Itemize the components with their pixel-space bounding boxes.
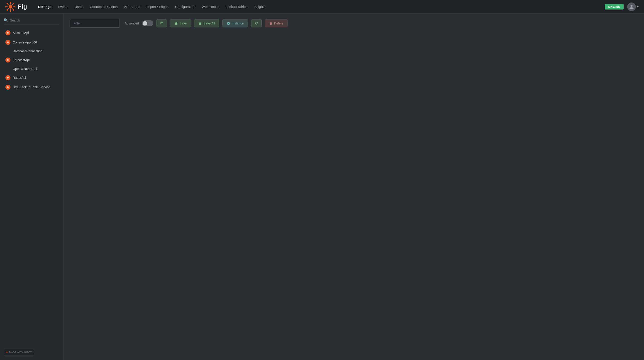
sidebar-item-forecastapi[interactable]: 0 ForecastApi [4, 55, 60, 65]
refresh-button[interactable] [251, 19, 262, 27]
search-container: 🔍 [4, 18, 60, 24]
save-label: Save [179, 21, 186, 25]
chevron-down-icon: ▾ [637, 5, 638, 8]
sidebar-label-radarapi: RadarApi [13, 76, 26, 79]
logo-area[interactable]: Fig [6, 2, 27, 12]
navbar: Fig Settings Events Users Connected Clie… [0, 0, 644, 13]
toolbar: Advanced Save Save [70, 19, 638, 28]
user-avatar-button[interactable]: ▾ [627, 2, 638, 11]
avatar [627, 2, 636, 11]
toggle-slider [142, 20, 153, 26]
heart-icon: ♥ [6, 351, 8, 354]
made-with-label: MADE WITH GIFOX [9, 351, 32, 354]
advanced-label: Advanced [125, 21, 139, 25]
instance-button[interactable]: Instance [222, 19, 248, 27]
search-icon: 🔍 [4, 18, 8, 22]
sidebar-item-dbconnection[interactable]: DatabaseConnection [4, 47, 60, 55]
svg-point-12 [14, 6, 16, 7]
instance-label: Instance [232, 21, 244, 25]
sidebar-label-sqllookup: SQL Lookup Table Service [13, 85, 50, 89]
nav-users[interactable]: Users [74, 5, 84, 8]
nav-insights[interactable]: Insights [254, 5, 266, 8]
badge-consoleapp66: 0 [6, 40, 10, 45]
badge-accountapi: 0 [6, 30, 10, 35]
sidebar-item-openweatherapi[interactable]: OpenWeatherApi [4, 65, 60, 73]
sidebar-label-accountapi: AccountApi [13, 31, 29, 35]
svg-point-10 [10, 11, 11, 12]
refresh-icon [255, 21, 258, 25]
save-button[interactable]: Save [170, 19, 191, 27]
sidebar: 🔍 0 AccountApi 0 Console App #66 Databas… [0, 13, 64, 360]
search-input[interactable] [10, 18, 60, 22]
sidebar-item-accountapi[interactable]: 0 AccountApi [4, 28, 60, 38]
svg-point-9 [10, 2, 11, 3]
badge-radarapi: 0 [6, 75, 10, 80]
save-all-label: Save All [204, 21, 215, 25]
instance-icon [227, 22, 230, 25]
advanced-toggle[interactable] [142, 20, 153, 26]
nav-import-export[interactable]: Import / Export [146, 5, 169, 8]
sidebar-label-dbconnection: DatabaseConnection [13, 49, 42, 53]
sidebar-label-consoleapp66: Console App #66 [13, 40, 37, 44]
main-content: 🔍 0 AccountApi 0 Console App #66 Databas… [0, 13, 644, 360]
sidebar-label-forecastapi: ForecastApi [13, 58, 30, 62]
nav-events[interactable]: Events [58, 5, 68, 8]
online-status-badge: ONLINE [605, 4, 624, 9]
sidebar-item-sqllookup[interactable]: 0 SQL Lookup Table Service [4, 82, 60, 92]
svg-point-0 [8, 5, 12, 8]
delete-button[interactable]: Delete [265, 19, 288, 27]
save-icon [174, 22, 178, 25]
sidebar-item-radarapi[interactable]: 0 RadarApi [4, 73, 60, 82]
svg-point-13 [6, 3, 8, 4]
svg-point-14 [13, 3, 14, 4]
nav-webhooks[interactable]: Web Hooks [202, 5, 219, 8]
copy-icon [160, 21, 164, 25]
save-all-button[interactable]: Save All [194, 19, 219, 27]
nav-settings[interactable]: Settings [38, 5, 52, 8]
delete-label: Delete [274, 21, 283, 25]
sidebar-item-consoleapp66[interactable]: 0 Console App #66 [4, 38, 60, 47]
app-logo-text: Fig [18, 3, 27, 10]
nav-api-status[interactable]: API Status [124, 5, 140, 8]
svg-point-16 [13, 9, 14, 11]
nav-lookup-tables[interactable]: Lookup Tables [226, 5, 248, 8]
nav-configuration[interactable]: Configuration [175, 5, 195, 8]
delete-icon [269, 22, 272, 25]
svg-point-11 [6, 6, 6, 7]
copy-button[interactable] [156, 19, 167, 27]
user-icon [629, 4, 634, 9]
nav-right: ONLINE ▾ [605, 2, 638, 11]
nav-links: Settings Events Users Connected Clients … [38, 5, 598, 8]
badge-forecastapi: 0 [6, 57, 10, 62]
svg-point-15 [6, 9, 8, 11]
save-all-icon [198, 22, 202, 25]
content-area: Advanced Save Save [64, 13, 644, 360]
sidebar-label-openweatherapi: OpenWeatherApi [13, 67, 37, 71]
made-with-gifox: ♥ MADE WITH GIFOX [4, 349, 34, 356]
filter-input[interactable] [70, 19, 120, 28]
fig-logo-icon [6, 2, 16, 12]
nav-connected-clients[interactable]: Connected Clients [90, 5, 118, 8]
badge-sqllookup: 0 [6, 85, 10, 90]
